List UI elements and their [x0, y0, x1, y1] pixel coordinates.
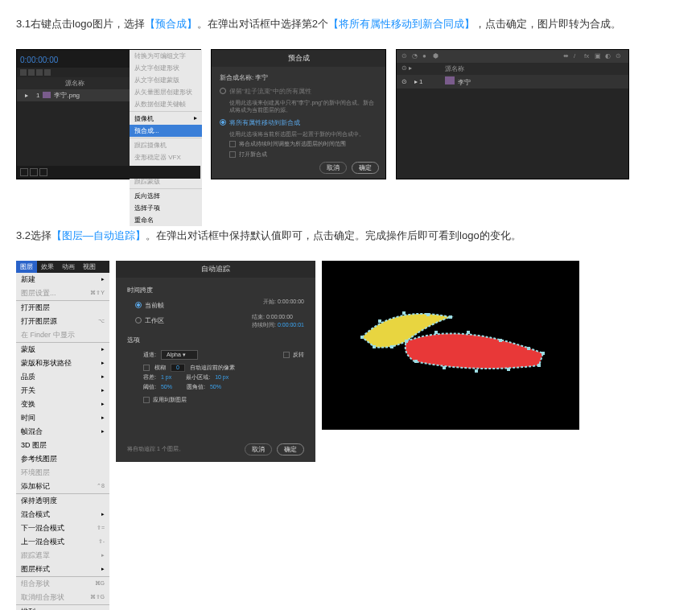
menu-item[interactable]: 变换 — [16, 398, 109, 411]
ctx-item[interactable]: 选择子项 — [130, 202, 202, 214]
menu-item[interactable]: 参考线图层 — [16, 452, 109, 466]
corner-value[interactable]: 50% — [210, 384, 221, 389]
invert-checkbox[interactable]: 反转 — [283, 351, 304, 359]
menu-item: 组合形状⌘G — [16, 577, 109, 591]
menu-item[interactable]: 3D 图层 — [16, 439, 109, 452]
radio-keep-attrs: 保留"粒子流束"中的所有属性 — [220, 87, 377, 96]
timecode[interactable]: 0:00:00:00 — [20, 56, 58, 64]
source-panel: ⊙◔●⬢ ⬌/fx▣◐⊙ ⊙ ▸ 源名称 ⊙ ▸ 1 李宁 — [396, 49, 629, 179]
comp-name-input[interactable]: 李宁 — [255, 74, 268, 81]
open-comp-checkbox[interactable]: 打开新合成 — [229, 150, 377, 159]
precompose-dialog: 预合成 新合成名称: 李宁 保留"粒子流束"中的所有属性 使用此选项来创建其中只… — [211, 49, 386, 179]
tolerance-value[interactable]: 1 px — [161, 374, 171, 380]
ok-button[interactable]: 确定 — [352, 162, 379, 174]
ctx-item[interactable]: 反向选择 — [130, 190, 202, 202]
ctx-item: 转换为可编组文字 — [130, 50, 202, 62]
dialog-title: 预合成 — [212, 50, 385, 67]
blur-field[interactable]: 模糊 0 自动追踪前的像素 — [143, 364, 304, 372]
svg-rect-16 — [373, 345, 376, 348]
panel-icons-right: ⬌/fx▣◐⊙ — [563, 52, 624, 60]
menu-item[interactable]: 保持透明度 — [16, 494, 109, 508]
menu-tab[interactable]: 图层 — [16, 261, 37, 273]
menu-tab[interactable]: 动画 — [58, 261, 79, 273]
menu-item: 图层设置...⌘⇧Y — [16, 286, 109, 300]
context-menu: 转换为可编组文字从文字创建形状从文字创建蒙版从矢量图层创建形状从数据创建关键帧摄… — [130, 50, 202, 226]
panel-icons-left: ⊙◔●⬢ — [401, 52, 441, 60]
trace-preview — [322, 261, 579, 430]
menu-item[interactable]: 蒙版 — [16, 343, 109, 357]
svg-rect-1 — [378, 319, 381, 323]
ctx-item[interactable]: 预合成... — [130, 125, 202, 137]
radio-move-attrs[interactable]: 将所有属性移动到新合成 — [220, 118, 377, 127]
step-31-row: 0:00:00:00 源名称 ▸ 1 李宁.png 转换为可编组文字从文字创建形… — [16, 49, 684, 179]
svg-rect-10 — [541, 352, 545, 355]
svg-rect-11 — [537, 364, 541, 367]
timeline-panel: 0:00:00:00 源名称 ▸ 1 李宁.png 转换为可编组文字从文字创建形… — [16, 49, 201, 179]
svg-rect-8 — [499, 339, 502, 342]
svg-rect-5 — [405, 340, 408, 343]
minarea-value[interactable]: 10 px — [215, 374, 229, 380]
image-icon — [43, 92, 51, 98]
ctx-item: 从文字创建蒙版 — [130, 74, 202, 86]
ctx-item[interactable]: 重命名 — [130, 214, 202, 226]
step-31-text: 3.1右键点击logo图片，选择【预合成】。在弹出对话框中选择第2个【将所有属性… — [16, 16, 684, 33]
ctx-item: 从矢量图层创建形状 — [130, 86, 202, 98]
adjust-duration-checkbox[interactable]: 将合成持续时间调整为所选图层的时间范围 — [229, 140, 377, 148]
toggle-icon[interactable] — [39, 168, 47, 176]
step-32-text: 3.2选择【图层—自动追踪】。在弹出对话框中保持默认值即可，点击确定。完成操作后… — [16, 228, 684, 245]
step-32-row: 图层效果动画视图 新建图层设置...⌘⇧Y打开图层打开图层源⌥在 Finder … — [16, 261, 684, 610]
menu-item[interactable]: 时间 — [16, 411, 109, 425]
menu-item[interactable]: 帧混合 — [16, 425, 109, 439]
svg-rect-3 — [426, 313, 430, 316]
menu-item[interactable]: 打开图层源⌥ — [16, 315, 109, 328]
ctx-item[interactable]: 摄像机 — [130, 113, 202, 125]
svg-rect-13 — [475, 369, 478, 373]
svg-rect-17 — [390, 345, 393, 348]
source-row[interactable]: ⊙ ▸ 1 李宁 — [397, 75, 628, 89]
svg-rect-9 — [527, 347, 530, 350]
trace-status: 将自动追踪 1 个图层。 — [127, 445, 184, 453]
toggle-icon[interactable] — [30, 168, 38, 176]
radio-work-area[interactable]: 工作区 — [135, 316, 164, 326]
toggle-icon[interactable] — [20, 168, 28, 176]
svg-rect-2 — [402, 311, 406, 315]
menu-item[interactable]: 下一混合模式⇧= — [16, 521, 109, 535]
svg-rect-14 — [443, 366, 446, 369]
threshold-value[interactable]: 50% — [161, 384, 172, 389]
apply-new-layer-checkbox[interactable]: 应用到新图层 — [143, 396, 304, 404]
radio-current-frame[interactable]: 当前帧 — [135, 301, 164, 310]
svg-rect-12 — [507, 368, 510, 371]
menu-item[interactable]: 品质 — [16, 370, 109, 384]
ctx-item: 跟踪摄像机 — [130, 139, 202, 151]
auto-trace-dialog: 自动追踪 时间跨度 当前帧 开始: 0:00:00:00 工作区 — [116, 261, 315, 462]
menu-item[interactable]: 上一混合模式⇧- — [16, 535, 109, 549]
menu-item[interactable]: 添加标记⌃8 — [16, 480, 109, 493]
menu-tab[interactable]: 效果 — [37, 261, 58, 273]
svg-rect-4 — [449, 315, 452, 319]
ok-button[interactable]: 确定 — [277, 443, 304, 455]
svg-rect-0 — [360, 336, 364, 339]
traced-logo — [346, 297, 555, 394]
menu-item: 跟踪遮罩 — [16, 549, 109, 563]
menu-item[interactable]: 排列 — [16, 605, 109, 610]
menu-item[interactable]: 图层样式 — [16, 563, 109, 576]
menu-item: 环境图层 — [16, 466, 109, 480]
ctx-item: 从文字创建形状 — [130, 62, 202, 74]
cancel-button[interactable]: 取消 — [245, 443, 272, 455]
svg-rect-6 — [434, 331, 438, 334]
cancel-button[interactable]: 取消 — [319, 162, 347, 174]
menu-item[interactable]: 打开图层 — [16, 301, 109, 315]
svg-rect-7 — [467, 331, 470, 334]
menu-item[interactable]: 开关 — [16, 384, 109, 398]
menu-tab[interactable]: 视图 — [79, 261, 100, 273]
channel-dropdown[interactable]: Alpha ▾ — [161, 350, 198, 360]
menu-item[interactable]: 蒙版和形状路径 — [16, 357, 109, 370]
menu-item[interactable]: 新建 — [16, 273, 109, 286]
menu-item[interactable]: 混合模式 — [16, 508, 109, 521]
layer-menu: 图层效果动画视图 新建图层设置...⌘⇧Y打开图层打开图层源⌥在 Finder … — [16, 261, 109, 610]
menu-item: 取消组合形状⌘⇧G — [16, 591, 109, 604]
ctx-item: 从数据创建关键帧 — [130, 98, 202, 110]
menu-item: 在 Finder 中显示 — [16, 328, 109, 342]
ctx-item: 变形稳定器 VFX — [130, 151, 202, 163]
dialog-title: 自动追踪 — [116, 261, 315, 278]
